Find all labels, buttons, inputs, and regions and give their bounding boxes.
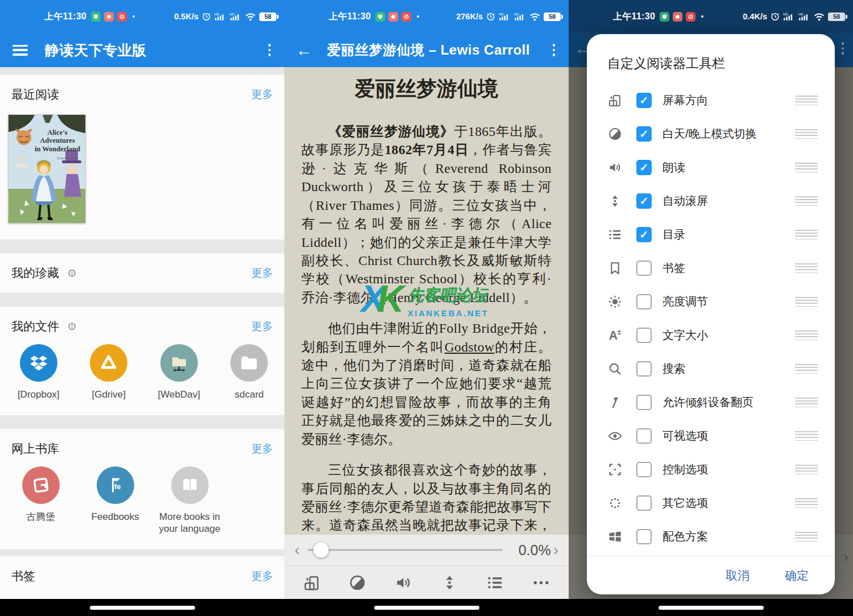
toolbar-option-row[interactable]: 控制选项	[607, 453, 818, 486]
drag-handle-icon[interactable]	[795, 129, 818, 139]
library-more-link[interactable]: 更多	[251, 441, 273, 456]
option-label: 搜索	[662, 361, 685, 377]
circle-notification-icon	[104, 12, 114, 22]
cancel-button[interactable]: 取消	[726, 568, 750, 584]
toolbar-option-row[interactable]: 朗读	[607, 151, 818, 184]
gutenberg-icon	[22, 466, 60, 504]
drag-handle-icon[interactable]	[795, 465, 818, 474]
nav-bar	[284, 599, 569, 616]
svg-text:A: A	[609, 329, 618, 342]
notification-dot-icon	[417, 15, 419, 18]
library-source-item[interactable]: 古腾堡	[3, 466, 78, 535]
option-checkbox[interactable]	[636, 227, 652, 242]
overflow-menu-icon[interactable]	[265, 42, 275, 59]
file-source-item[interactable]: [WebDav]	[144, 344, 214, 400]
library-source-item[interactable]: fe Feedbooks	[78, 466, 152, 535]
reader-paragraph: 他们由牛津附近的Folly Bridge开始，划船到五哩外一个名叫Godstow…	[301, 319, 552, 448]
drag-handle-icon[interactable]	[795, 263, 818, 273]
file-source-label: [WebDav]	[158, 389, 200, 400]
net-library-section: 网上书库 更多 古腾堡 fe Feedbooks	[0, 429, 284, 549]
toolbar-option-row[interactable]: 其它选项	[607, 486, 818, 520]
drag-handle-icon[interactable]	[795, 163, 818, 172]
favorites-gear-icon[interactable]: ⚙	[67, 268, 77, 279]
toolbar-option-row[interactable]: 屏幕方向	[607, 84, 818, 117]
option-checkbox[interactable]	[636, 361, 652, 377]
files-more-link[interactable]: 更多	[251, 319, 273, 334]
drag-handle-icon[interactable]	[795, 330, 818, 340]
progress-knob[interactable]	[313, 543, 329, 558]
files-gear-icon[interactable]: ⚙	[67, 321, 77, 332]
option-checkbox[interactable]	[636, 160, 652, 175]
folder-icon	[230, 344, 268, 382]
option-checkbox[interactable]	[636, 428, 652, 444]
file-source-item[interactable]: [Gdrive]	[74, 344, 144, 400]
shield-notification-icon	[375, 12, 385, 22]
option-checkbox[interactable]	[636, 462, 652, 477]
app-bar: 静读天下专业版	[0, 33, 284, 67]
back-arrow-icon[interactable]: ←	[296, 42, 312, 59]
battery-percent-text: 58	[833, 13, 840, 20]
drag-handle-icon[interactable]	[795, 297, 818, 307]
screen-rotation-icon[interactable]	[303, 573, 321, 592]
drag-handle-icon[interactable]	[795, 196, 818, 206]
reader-page[interactable]: 爱丽丝梦游仙境 《爱丽丝梦游仙境》于1865年出版。故事原形乃是1862年7月4…	[284, 67, 569, 535]
book-cover-alice[interactable]: Alice's Adventures in Wonderland Lewis C…	[8, 114, 86, 224]
day-night-icon[interactable]	[348, 573, 367, 592]
more-icon[interactable]	[532, 573, 550, 592]
toolbar-option-row[interactable]: 亮度调节	[607, 285, 818, 319]
option-checkbox[interactable]	[636, 529, 652, 544]
favorites-more-link[interactable]: 更多	[251, 266, 273, 280]
option-checkbox[interactable]	[636, 294, 652, 309]
overflow-menu-icon[interactable]	[549, 42, 559, 59]
option-checkbox[interactable]	[636, 193, 652, 209]
home-pill[interactable]	[90, 606, 195, 610]
drag-handle-icon[interactable]	[795, 532, 818, 541]
option-checkbox[interactable]	[636, 395, 652, 410]
toolbar-option-row[interactable]: 白天/晚上模式切换	[607, 117, 818, 151]
toolbar-option-row[interactable]: 配色方案	[607, 520, 818, 553]
autoscroll-icon[interactable]	[440, 573, 459, 592]
visual-icon	[607, 428, 623, 444]
notification-dot-icon	[132, 15, 135, 18]
battery-percent-text: 58	[264, 13, 271, 20]
reader-header: 上午11:30 276K/s HD HD 58 ← 爱丽	[284, 0, 569, 67]
toolbar-option-row[interactable]: 允许倾斜设备翻页	[607, 386, 818, 419]
ok-button[interactable]: 确定	[785, 568, 809, 584]
prev-chapter-icon[interactable]: ‹	[292, 542, 302, 558]
file-source-item[interactable]: sdcard	[214, 344, 285, 400]
drag-handle-icon[interactable]	[795, 96, 818, 105]
nav-bar	[0, 599, 284, 616]
recent-more-link[interactable]: 更多	[251, 87, 273, 102]
file-source-item[interactable]: [Dropbox]	[3, 344, 74, 400]
library-source-item[interactable]: More books in your language	[152, 466, 227, 535]
bookmarks-more-link[interactable]: 更多	[251, 569, 273, 584]
drag-handle-icon[interactable]	[795, 431, 818, 441]
toolbar-option-row[interactable]: A± 文字大小	[607, 319, 818, 352]
progress-track[interactable]	[308, 541, 502, 559]
toolbar-option-row[interactable]: 搜索	[607, 352, 818, 386]
library-screen: 上午11:30 0.5K/s HD HD 58 静读天	[0, 0, 284, 616]
menu-hamburger-icon[interactable]	[13, 45, 28, 56]
home-pill[interactable]	[374, 606, 479, 610]
toc-icon[interactable]	[486, 573, 504, 592]
toolbar-option-row[interactable]: 书签	[607, 251, 818, 285]
option-checkbox[interactable]	[636, 261, 652, 276]
dimmed-next-chevron-icon: ›	[843, 548, 848, 566]
drag-handle-icon[interactable]	[795, 364, 818, 374]
toolbar-option-row[interactable]: 自动滚屏	[607, 184, 818, 218]
option-checkbox[interactable]	[636, 328, 652, 343]
library-source-label: More books in your language	[154, 511, 225, 535]
drag-handle-icon[interactable]	[795, 398, 818, 407]
option-checkbox[interactable]	[636, 495, 652, 511]
drag-handle-icon[interactable]	[795, 230, 818, 239]
day-night-icon	[607, 126, 623, 142]
option-checkbox[interactable]	[636, 93, 652, 108]
tts-icon[interactable]	[394, 573, 413, 592]
option-checkbox[interactable]	[636, 126, 652, 142]
next-chapter-icon[interactable]: ›	[551, 542, 561, 558]
home-pill[interactable]	[659, 606, 764, 610]
drag-handle-icon[interactable]	[795, 498, 818, 508]
feedbooks-icon: fe	[97, 466, 134, 504]
toolbar-option-row[interactable]: 可视选项	[607, 419, 818, 453]
toolbar-option-row[interactable]: 目录	[607, 218, 818, 251]
